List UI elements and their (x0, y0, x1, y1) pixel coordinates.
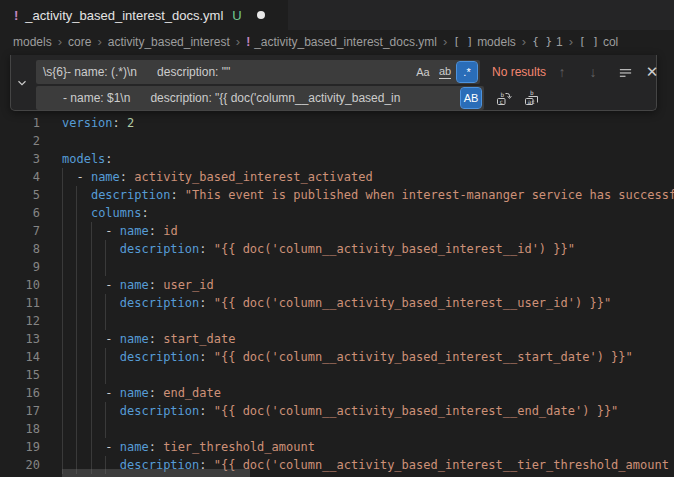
find-replace-widget: \s{6}- name: (.*)\n description: "" Aa a… (10, 55, 657, 111)
breadcrumb-label: models (477, 35, 516, 49)
indent-guide (91, 276, 92, 294)
breadcrumb-label: core (68, 35, 91, 49)
line-number: 9 (0, 258, 40, 276)
indent-guide (91, 312, 92, 330)
indent-guide (76, 384, 77, 402)
indent-guide (76, 438, 77, 456)
breadcrumb-label: models (13, 35, 52, 49)
indent-guide (76, 402, 77, 420)
code-line[interactable]: 2 (0, 132, 674, 150)
breadcrumb-item[interactable]: [ ]col (579, 35, 618, 49)
indent-guide (91, 438, 92, 456)
indent-guide (62, 312, 63, 330)
code-line[interactable]: 17 description: "{{ doc('column__activit… (0, 402, 674, 420)
horizontal-scrollbar[interactable] (62, 469, 250, 477)
code-line[interactable]: 18 (0, 420, 674, 438)
code-line[interactable]: 16 - name: end_date (0, 384, 674, 402)
indent-guide (76, 276, 77, 294)
indent-guide (105, 402, 106, 420)
code-line[interactable]: 7 - name: id (0, 222, 674, 240)
breadcrumb-label: 1 (556, 35, 563, 49)
indent-guide (62, 222, 63, 240)
indent-guide (76, 204, 77, 222)
tab-active-file[interactable]: ! _activity_based_interest_docs.yml U (0, 0, 288, 30)
indent-guide (91, 258, 92, 276)
indent-guide (62, 240, 63, 258)
tab-title: _activity_based_interest_docs.yml (25, 8, 223, 23)
preserve-case-button[interactable]: AB (461, 88, 481, 108)
line-number: 18 (0, 420, 40, 438)
indent-guide (91, 402, 92, 420)
indent-guide (62, 420, 63, 438)
indent-guide (62, 384, 63, 402)
indent-guide (62, 402, 63, 420)
indent-guide (62, 330, 63, 348)
find-in-selection-button[interactable] (614, 60, 636, 84)
find-input[interactable]: \s{6}- name: (.*)\n description: "" Aa a… (36, 60, 480, 84)
yaml-file-icon: ! (14, 8, 18, 23)
line-number: 14 (0, 348, 40, 366)
indent-guide (105, 348, 106, 366)
code-line[interactable]: 10 - name: user_id (0, 276, 674, 294)
indent-guide (91, 330, 92, 348)
breadcrumb-item[interactable]: !_activity_based_interest_docs.yml (246, 35, 437, 49)
indent-guide (105, 420, 106, 438)
line-number: 4 (0, 168, 40, 186)
close-find-widget-button[interactable]: ✕ (641, 60, 663, 84)
replace-button[interactable]: c b (493, 86, 515, 110)
indent-guide (76, 348, 77, 366)
array-icon: [ ] (453, 35, 473, 48)
code-line[interactable]: 1version: 2 (0, 114, 674, 132)
breadcrumb-item[interactable]: { }1 (532, 35, 563, 49)
match-case-button[interactable]: Aa (413, 62, 433, 82)
breadcrumb-item[interactable]: models (13, 35, 52, 49)
indent-guide (62, 258, 63, 276)
breadcrumb-separator: › (58, 34, 62, 49)
indent-guide (91, 222, 92, 240)
line-number: 7 (0, 222, 40, 240)
breadcrumb-item[interactable]: activity_based_interest (108, 35, 230, 49)
code-line[interactable]: 13 - name: start_date (0, 330, 674, 348)
code-line[interactable]: 12 (0, 312, 674, 330)
indent-guide (105, 366, 106, 384)
modified-dot-icon[interactable] (257, 11, 265, 19)
line-number: 5 (0, 186, 40, 204)
code-line[interactable]: 14 description: "{{ doc('column__activit… (0, 348, 674, 366)
breadcrumb-separator: › (522, 34, 526, 49)
svg-text:b: b (501, 91, 505, 98)
code-line[interactable]: 15 (0, 366, 674, 384)
replace-input[interactable]: - name: $1\n description: "{{ doc('colum… (36, 86, 484, 110)
whole-word-button[interactable]: ab (435, 62, 455, 82)
breadcrumb-separator: › (97, 34, 101, 49)
breadcrumb-label: _activity_based_interest_docs.yml (254, 35, 437, 49)
code-line[interactable]: 5 description: "This event is published … (0, 186, 674, 204)
breadcrumb-separator: › (236, 34, 240, 49)
code-line[interactable]: 19 - name: tier_threshold_amount (0, 438, 674, 456)
indent-guide (105, 294, 106, 312)
indent-guide (91, 366, 92, 384)
svg-text:c: c (500, 98, 504, 105)
indent-guide (91, 384, 92, 402)
code-line[interactable]: 4 - name: activity_based_interest_activa… (0, 168, 674, 186)
code-line[interactable]: 9 (0, 258, 674, 276)
code-line[interactable]: 8 description: "{{ doc('column__activity… (0, 240, 674, 258)
indent-guide (91, 294, 92, 312)
breadcrumb-item[interactable]: [ ]models (453, 35, 516, 49)
line-number: 17 (0, 402, 40, 420)
previous-match-button[interactable]: ↑ (551, 60, 573, 84)
code-line[interactable]: 3models: (0, 150, 674, 168)
line-number: 12 (0, 312, 40, 330)
indent-guide (76, 222, 77, 240)
indent-guide (62, 204, 63, 222)
regex-button[interactable]: .* (457, 62, 477, 82)
next-match-button[interactable]: ↓ (582, 60, 604, 84)
replace-all-button[interactable]: ac b (521, 86, 543, 110)
indent-guide (76, 186, 77, 204)
breadcrumb-separator: › (569, 34, 573, 49)
breadcrumb-item[interactable]: core (68, 35, 91, 49)
code-area[interactable]: 1version: 223models:4 - name: activity_b… (0, 114, 674, 474)
tab-bar: ! _activity_based_interest_docs.yml U (0, 0, 674, 30)
code-line[interactable]: 11 description: "{{ doc('column__activit… (0, 294, 674, 312)
toggle-replace-chevron-icon[interactable] (11, 55, 33, 111)
code-line[interactable]: 6 columns: (0, 204, 674, 222)
